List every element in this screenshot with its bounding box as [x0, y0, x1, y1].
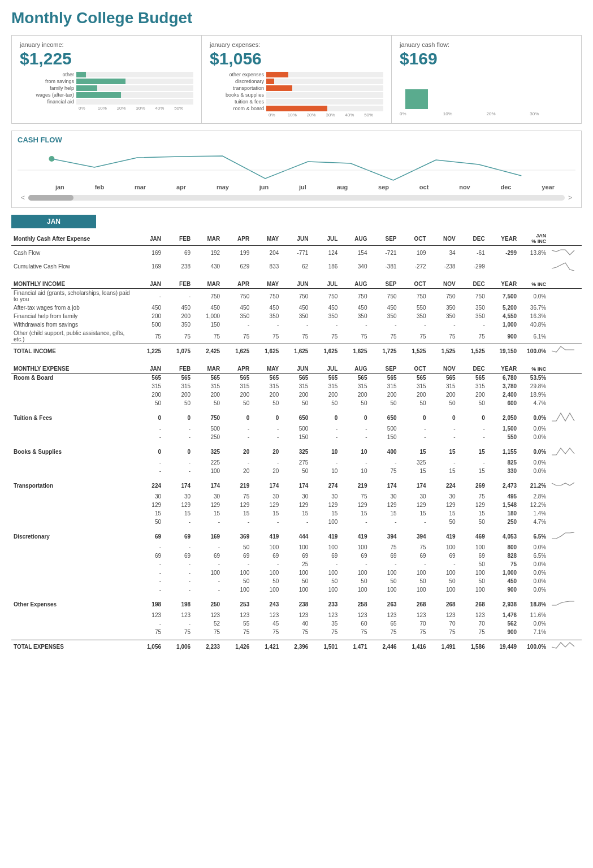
room-board-category: Room & Board 565565565565565565565565565…	[11, 374, 582, 383]
income-label: january income:	[20, 41, 193, 48]
trans-sub2: 129129129129129129129129129129129129 1,5…	[11, 501, 582, 509]
th-apr: APR	[222, 232, 252, 246]
trans-sub1: 303030753030307530303075 4952.8%	[11, 492, 582, 501]
income-row-2: After-tax wages from a job 4504504504504…	[11, 303, 582, 312]
main-table: Monthly Cash After Expense JAN FEB MAR A…	[11, 232, 582, 654]
th-aug: AUG	[340, 232, 369, 246]
cashflow-label: january cash flow:	[400, 41, 573, 48]
th-may: MAY	[252, 232, 281, 246]
disc-sub3: -----25-----50 750.0%	[11, 560, 582, 568]
income-card: january income: $1,225 other from saving…	[12, 36, 202, 123]
cashflow-chart	[18, 147, 575, 181]
discretionary-category: Discretionary 69691693694194444194193943…	[11, 530, 582, 543]
th-mar: MAR	[193, 232, 222, 246]
income-amount: $1,225	[20, 49, 193, 68]
expenses-bar-chart: other expenses discretionary transportat…	[210, 72, 383, 118]
transportation-category: Transportation 2241741742191741742742191…	[11, 479, 582, 492]
disc-sub5: ---505050505050505050 4500.0%	[11, 577, 582, 585]
th-pct: JAN% INC	[519, 232, 548, 246]
income-row-1: Financial aid (grants, scholarships, loa…	[11, 289, 582, 304]
cashflow-card: january cash flow: $169 0%10%20%30%	[392, 36, 581, 123]
room-board-sub1: 315315315315315315315315315315315315 3,7…	[11, 382, 582, 390]
th-jun: JUN	[281, 232, 310, 246]
income-bar-chart: other from savings family help wages (af…	[20, 72, 193, 111]
th-sparkline	[548, 232, 582, 246]
cashflow-section: CASH FLOW janfebmaraprmayjunjulaugsepoct…	[11, 131, 582, 208]
th-sep: SEP	[369, 232, 399, 246]
books-supplies-category: Books & Supplies 00325202032510104001515…	[11, 445, 582, 458]
month-tab[interactable]: JAN	[11, 215, 96, 228]
th-nov: NOV	[428, 232, 458, 246]
cumulative-cash-flow-row: Cumulative Cash Flow 169 238 430 629 833…	[11, 259, 582, 273]
scroll-left-arrow[interactable]: <	[18, 194, 28, 202]
other-expenses-category: Other Expenses 1981982502532432382332582…	[11, 597, 582, 611]
books-sub2: --100202050101075151515 3300.0%	[11, 467, 582, 475]
cash-flow-header-row: Monthly Cash After Expense JAN FEB MAR A…	[11, 232, 582, 246]
total-expenses-row: TOTAL EXPENSES 1,0561,0062,2331,4261,421…	[11, 640, 582, 654]
cash-flow-label: Cash Flow	[11, 246, 134, 260]
scroll-track[interactable]	[28, 195, 565, 201]
expenses-card: january expenses: $1,056 other expenses …	[202, 36, 392, 123]
disc-sub1: ---501001001001007575100100 8000.0%	[11, 543, 582, 552]
trans-sub4: 50-----100---5050 2504.7%	[11, 518, 582, 526]
books-sub1: --225--275---325-- 8250.0%	[11, 458, 582, 467]
income-section-header: MONTHLY INCOME JAN FEB MAR APR MAY JUN J…	[11, 276, 582, 289]
th-jan: JAN	[134, 232, 163, 246]
scroll-right-arrow[interactable]: >	[565, 194, 575, 202]
disc-sub6: ---100100100100100100100100100 9000.0%	[11, 585, 582, 594]
disc-sub2: 696969696969696969696969 8286.5%	[11, 552, 582, 560]
total-income-row: TOTAL INCOME 1,2251,0752,4251,6251,6251,…	[11, 344, 582, 358]
trans-sub3: 151515151515151515151515 1801.4%	[11, 509, 582, 518]
th-oct: OCT	[399, 232, 428, 246]
th-label: Monthly Cash After Expense	[11, 232, 134, 246]
th-feb: FEB	[163, 232, 193, 246]
cashflow-section-title: CASH FLOW	[18, 136, 575, 144]
expenses-amount: $1,056	[210, 49, 383, 68]
other-sub2: --52554540356065707070 5620.0%	[11, 619, 582, 628]
room-board-sub2: 200200200200200200200200200200200200 2,4…	[11, 390, 582, 399]
cashflow-months: janfebmaraprmayjunjulaugsepoctnovdecyear	[18, 181, 575, 193]
income-row-4: Withdrawals from savings 500350150------…	[11, 320, 582, 329]
page-title: Monthly College Budget	[11, 9, 582, 27]
cash-flow-row: Cash Flow 169 69 192 199 204 -771 124 15…	[11, 246, 582, 260]
room-board-sub3: 505050505050505050505050 6004.7%	[11, 399, 582, 407]
th-jul: JUL	[310, 232, 340, 246]
scroll-bar[interactable]: < >	[18, 193, 575, 203]
data-table-section: JAN Monthly Cash After Expense JAN FEB M…	[11, 215, 582, 654]
page: Monthly College Budget january income: $…	[0, 0, 593, 669]
scroll-thumb[interactable]	[28, 195, 73, 201]
tuition-sub1: --500--500--500--- 1,5000.0%	[11, 424, 582, 433]
th-year: YEAR	[487, 232, 519, 246]
cashflow-amount: $169	[400, 49, 573, 68]
tuition-fees-category: Tuition & Fees 007500065000650000 2,0500…	[11, 411, 582, 424]
other-sub1: 123123123123123123123123123123123123 1,4…	[11, 611, 582, 619]
income-row-5: Other (child support, public assistance,…	[11, 329, 582, 344]
expenses-label: january expenses:	[210, 41, 383, 48]
tuition-sub2: --250--150--150--- 5500.0%	[11, 433, 582, 441]
th-dec: DEC	[458, 232, 487, 246]
expense-section-header: MONTHLY EXPENSE JANFEBMARAPRMAYJUNJULAUG…	[11, 361, 582, 374]
income-row-3: Financial help from family 2002001,00035…	[11, 312, 582, 320]
summary-row: january income: $1,225 other from saving…	[11, 35, 582, 124]
other-sub3: 757575757575757575757575 9007.1%	[11, 628, 582, 636]
disc-sub4: --100100100100100100100100100100 1,0000.…	[11, 568, 582, 577]
